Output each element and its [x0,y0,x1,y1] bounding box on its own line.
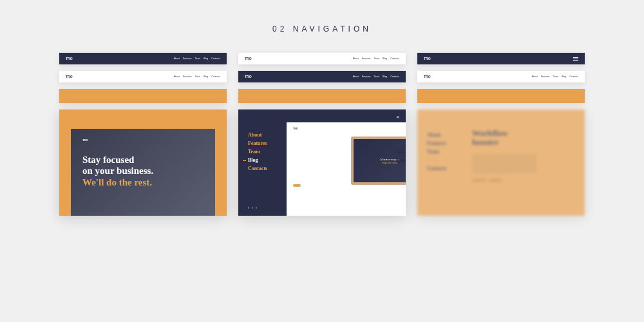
nav-link[interactable]: Contacts [211,57,220,60]
logo: TRO [293,128,399,130]
preview-label: Workfl booste [397,148,406,164]
nav-link[interactable]: Blog [562,75,566,78]
nav-link[interactable]: About [532,75,538,78]
submenu-bar [59,89,227,103]
logo[interactable]: TRO [424,75,431,79]
column-2: TRO About Features Team Blog Contacts TR… [238,53,406,216]
hero-card-3-blurred: About Features Team Blog Contacts Workfl… [417,109,585,216]
nav-link[interactable]: About [353,57,359,60]
logo[interactable]: TRO [245,57,252,61]
nav-link[interactable]: Features [183,57,192,60]
nav-link[interactable]: Contacts [390,57,399,60]
logo[interactable]: TRO [245,75,252,79]
nav-link[interactable]: Team [374,57,380,60]
nav-links: About Features Team Blog Contacts [353,75,399,78]
nav-link[interactable]: Contacts [569,75,578,78]
menu-item-active[interactable]: Blog [427,157,466,163]
hero1-topbar [59,109,227,129]
hero3-content: Workflow booster [466,109,585,216]
navbar-dark: TRO About Features Team Blog Contacts [59,53,227,64]
headline-line: Stay focused [82,155,215,166]
headline-line-accent: We'll do the rest. [82,177,215,188]
nav-link[interactable]: Team [195,75,201,78]
nav-link[interactable]: Features [541,75,550,78]
navbar-light: TRO About Features Team Blog Contacts [59,71,227,82]
nav-link[interactable]: Team [195,57,201,60]
headline-line: on your business. [82,166,215,176]
logo[interactable]: TRO [82,138,215,142]
nav-link[interactable]: Team [374,75,380,78]
screen-text-accent: design your website [382,162,397,164]
side-menu: About Features Team Blog Contacts [238,109,287,216]
hamburger-icon[interactable] [573,57,578,61]
column-3: TRO TRO About Features Team Blog Contact… [417,53,585,216]
laptop-placeholder [472,154,536,173]
nav-link[interactable]: Team [553,75,559,78]
nav-link[interactable]: About [174,75,180,78]
menu-item[interactable]: About [248,132,287,138]
facebook-icon[interactable]: f [248,206,249,209]
hero1-headline: Stay focused on your business. We'll do … [82,155,215,188]
nav-link[interactable]: Contacts [390,75,399,78]
menu-item[interactable]: Features [248,140,287,146]
menu-item[interactable]: About [427,132,466,138]
submenu-bar [238,89,406,103]
menu-item[interactable]: Team [427,149,466,155]
logo[interactable]: TRO [66,57,73,61]
nav-links: About Features Team Blog Contacts [174,75,220,78]
menu-item[interactable]: Team [248,149,287,155]
nav-link[interactable]: Features [183,75,192,78]
hero-card-2: ✕ About Features Team Blog Contacts f t … [238,109,406,216]
pill-group [472,178,578,182]
hero3-title: Workflow booster [472,129,578,147]
nav-link[interactable]: About [174,57,180,60]
menu-item[interactable]: Features [427,140,466,146]
menu-item[interactable]: Contacts [427,166,466,171]
hero2-preview: TRO A better way to design your website … [287,122,406,216]
submenu-bar [417,89,585,103]
pill [488,178,502,182]
nav-links: About Features Team Blog Contacts [353,57,399,60]
hero1-inner: TRO Stay focused on your business. We'll… [71,129,215,216]
nav-link[interactable]: About [353,75,359,78]
social-icons: f t t [248,206,257,209]
nav-link[interactable]: Contacts [211,75,220,78]
logo[interactable]: TRO [424,57,431,61]
tumblr-icon[interactable]: t [256,206,256,209]
showcase-grid: TRO About Features Team Blog Contacts TR… [0,53,644,216]
nav-link[interactable]: Blog [383,57,387,60]
logo[interactable]: TRO [66,75,73,79]
nav-link[interactable]: Features [362,75,371,78]
nav-link[interactable]: Features [362,57,371,60]
section-title: 02 NAVIGATION [0,0,644,53]
navbar-light: TRO About Features Team Blog Contacts [238,53,406,64]
nav-link[interactable]: Blog [383,75,387,78]
hero-card-1: TRO Stay focused on your business. We'll… [59,109,227,216]
navbar-dark: TRO About Features Team Blog Contacts [238,71,406,82]
cta-button[interactable] [293,184,301,187]
nav-link[interactable]: Blog [204,57,208,60]
nav-links: About Features Team Blog Contacts [532,75,578,78]
column-1: TRO About Features Team Blog Contacts TR… [59,53,227,216]
navbar-light: TRO About Features Team Blog Contacts [417,71,585,82]
twitter-icon[interactable]: t [252,206,252,209]
side-menu: About Features Team Blog Contacts [417,109,466,216]
navbar-dark-hamburger: TRO [417,53,585,64]
pill [472,178,486,182]
close-icon[interactable]: ✕ [396,115,399,119]
nav-links: About Features Team Blog Contacts [174,57,220,60]
nav-link[interactable]: Blog [204,75,208,78]
menu-item[interactable]: Contacts [248,166,287,171]
menu-item-active[interactable]: Blog [248,157,287,163]
